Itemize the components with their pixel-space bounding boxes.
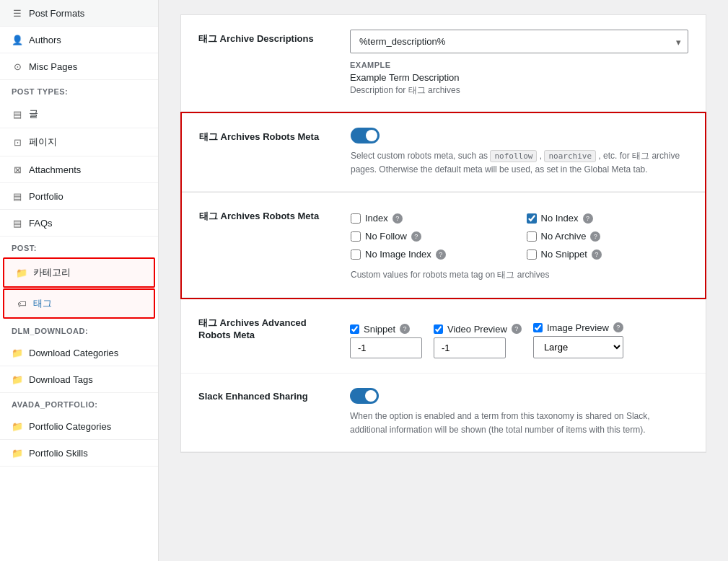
sidebar-item-portfolio[interactable]: ▤ Portfolio bbox=[0, 183, 158, 210]
snippet-label-text: Snippet bbox=[364, 324, 395, 335]
sidebar-item-pages[interactable]: ⊡ 페이지 bbox=[0, 128, 158, 156]
post-section-label: Post: bbox=[0, 237, 158, 257]
faqs-icon: ▤ bbox=[12, 217, 23, 229]
video-preview-input[interactable] bbox=[434, 337, 506, 358]
sidebar-item-download-categories-label: Download Categories bbox=[29, 348, 118, 358]
no-archive-help-icon[interactable]: ? bbox=[590, 231, 600, 242]
authors-icon: 👤 bbox=[12, 34, 23, 45]
robots-checkboxes-label: 태그 Archives Robots Meta bbox=[199, 207, 329, 223]
checkbox-no-archive-input[interactable] bbox=[527, 231, 537, 242]
sidebar-item-post-formats[interactable]: ☰ Post Formats bbox=[0, 0, 158, 27]
checkbox-no-image-index-input[interactable] bbox=[351, 249, 361, 260]
robots-checkboxes-row: 태그 Archives Robots Meta Index ? No Index bbox=[182, 193, 705, 297]
video-preview-col: Video Preview ? bbox=[434, 324, 522, 358]
checkbox-no-archive-label[interactable]: No Archive bbox=[541, 231, 587, 242]
snippet-col: Snippet ? bbox=[350, 324, 422, 358]
snippet-input[interactable] bbox=[350, 337, 422, 358]
sidebar-item-portfolio-categories-label: Portfolio Categories bbox=[29, 421, 111, 432]
checkbox-no-follow-input[interactable] bbox=[351, 231, 361, 242]
attachments-icon: ⊠ bbox=[12, 164, 23, 175]
checkbox-no-archive: No Archive ? bbox=[527, 231, 688, 242]
sidebar-item-authors[interactable]: 👤 Authors bbox=[0, 27, 158, 53]
sidebar-item-attachments[interactable]: ⊠ Attachments bbox=[0, 156, 158, 183]
slack-toggle[interactable] bbox=[350, 388, 379, 404]
sidebar: ☰ Post Formats 👤 Authors ⊙ Misc Pages Po… bbox=[0, 0, 159, 561]
checkbox-index-input[interactable] bbox=[351, 213, 361, 224]
image-preview-label: Image Preview ? bbox=[533, 322, 623, 333]
dlm-section-label: Dlm_download: bbox=[0, 319, 158, 340]
sidebar-item-tags-label: 태그 bbox=[33, 297, 52, 310]
checkbox-no-image-index-label[interactable]: No Image Index bbox=[365, 249, 431, 260]
noarchive-code: noarchive bbox=[544, 150, 596, 162]
snippet-label: Snippet ? bbox=[350, 324, 422, 335]
image-preview-col: Image Preview ? Large None Standard bbox=[533, 322, 623, 358]
robots-meta-section: 태그 Archives Robots Meta Select custom ro… bbox=[180, 112, 706, 299]
sidebar-item-posts[interactable]: ▤ 글 bbox=[0, 100, 158, 128]
robots-meta-toggle[interactable] bbox=[351, 128, 380, 143]
nofollow-code: nofollow bbox=[490, 150, 537, 162]
post-types-section-label: Post Types: bbox=[0, 80, 158, 100]
checkbox-grid: Index ? No Index ? No Follow bbox=[351, 213, 688, 260]
sidebar-item-misc-pages[interactable]: ⊙ Misc Pages bbox=[0, 53, 158, 80]
checkbox-no-index: No Index ? bbox=[527, 213, 688, 224]
portfolio-icon: ▤ bbox=[12, 190, 23, 202]
archive-description-content: %term_description% ▾ EXAMPLE Example Ter… bbox=[350, 30, 688, 97]
robots-meta-toggle-slider bbox=[351, 128, 380, 143]
slack-label: Slack Enhanced Sharing bbox=[198, 388, 328, 402]
sidebar-item-portfolio-skills[interactable]: 📁 Portfolio Skills bbox=[0, 440, 158, 467]
checkbox-no-snippet-input[interactable] bbox=[527, 249, 537, 260]
archive-description-label: 태그 Archive Descriptions bbox=[198, 30, 328, 45]
sidebar-item-portfolio-categories[interactable]: 📁 Portfolio Categories bbox=[0, 413, 158, 440]
checkbox-index-label[interactable]: Index bbox=[365, 213, 388, 224]
checkbox-no-index-label[interactable]: No Index bbox=[541, 213, 579, 224]
slack-content: When the option is enabled and a term fr… bbox=[350, 388, 688, 437]
sidebar-item-download-tags[interactable]: 📁 Download Tags bbox=[0, 366, 158, 393]
advanced-robots-controls: Snippet ? Video Preview ? bbox=[350, 322, 688, 358]
sidebar-item-portfolio-label: Portfolio bbox=[29, 191, 63, 202]
archive-description-row: 태그 Archive Descriptions %term_descriptio… bbox=[181, 15, 706, 112]
robots-toggle-row: 태그 Archives Robots Meta Select custom ro… bbox=[182, 113, 705, 192]
checkbox-no-follow-label[interactable]: No Follow bbox=[365, 231, 407, 242]
sidebar-item-faqs-label: FAQs bbox=[29, 218, 53, 229]
advanced-robots-row: 태그 Archives Advanced Robots Meta Snippet… bbox=[181, 299, 706, 374]
tags-icon: 🏷 bbox=[16, 298, 27, 309]
no-index-help-icon[interactable]: ? bbox=[583, 213, 593, 224]
checkbox-no-index-input[interactable] bbox=[527, 213, 537, 224]
custom-note: Custom values for robots meta tag on 태그 … bbox=[351, 268, 688, 282]
checkbox-no-snippet-label[interactable]: No Snippet bbox=[541, 249, 587, 260]
sidebar-item-download-categories[interactable]: 📁 Download Categories bbox=[0, 340, 158, 366]
robots-meta-toggle-desc: Select custom robots meta, such as nofol… bbox=[351, 149, 688, 177]
no-snippet-help-icon[interactable]: ? bbox=[592, 249, 602, 260]
video-preview-help-icon[interactable]: ? bbox=[512, 324, 522, 334]
snippet-help-icon[interactable]: ? bbox=[400, 324, 410, 334]
download-tags-icon: 📁 bbox=[12, 374, 23, 385]
robots-toggle-content: Select custom robots meta, such as nofol… bbox=[351, 128, 688, 177]
checkbox-no-image-index: No Image Index ? bbox=[351, 249, 512, 260]
sidebar-item-categories[interactable]: 📁 카테고리 bbox=[3, 257, 155, 288]
sidebar-item-faqs[interactable]: ▤ FAQs bbox=[0, 210, 158, 237]
example-desc: Description for 태그 archives bbox=[350, 84, 688, 97]
video-preview-checkbox[interactable] bbox=[434, 324, 443, 334]
archive-description-select[interactable]: %term_description% bbox=[350, 30, 688, 53]
image-preview-checkbox[interactable] bbox=[533, 323, 543, 332]
sidebar-item-tags[interactable]: 🏷 태그 bbox=[3, 288, 155, 319]
misc-pages-icon: ⊙ bbox=[12, 61, 23, 72]
image-preview-select[interactable]: Large None Standard bbox=[533, 336, 623, 358]
sidebar-item-attachments-label: Attachments bbox=[29, 164, 81, 175]
posts-icon: ▤ bbox=[12, 108, 23, 120]
archive-description-select-wrapper: %term_description% ▾ bbox=[350, 30, 688, 53]
checkbox-no-snippet: No Snippet ? bbox=[527, 249, 688, 260]
no-follow-help-icon[interactable]: ? bbox=[411, 231, 421, 242]
no-image-index-help-icon[interactable]: ? bbox=[436, 249, 446, 260]
post-formats-icon: ☰ bbox=[12, 7, 23, 19]
snippet-checkbox[interactable] bbox=[350, 324, 359, 334]
sidebar-item-authors-label: Authors bbox=[29, 35, 61, 45]
categories-icon: 📁 bbox=[16, 267, 27, 278]
index-help-icon[interactable]: ? bbox=[392, 213, 403, 224]
advanced-robots-content: Snippet ? Video Preview ? bbox=[350, 314, 688, 358]
example-section: EXAMPLE Example Term Description Descrip… bbox=[350, 61, 688, 97]
robots-toggle-label: 태그 Archives Robots Meta bbox=[199, 128, 329, 143]
video-preview-label: Video Preview ? bbox=[434, 324, 522, 335]
sidebar-item-posts-label: 글 bbox=[29, 107, 38, 120]
image-preview-help-icon[interactable]: ? bbox=[613, 322, 623, 332]
